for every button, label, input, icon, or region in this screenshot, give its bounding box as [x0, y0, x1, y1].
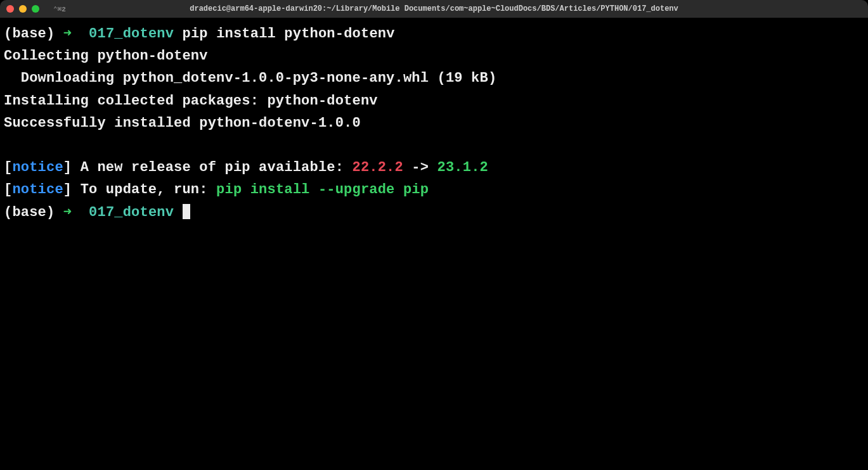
- prompt-dir: 017_dotenv: [89, 26, 174, 42]
- prompt-env: (base): [4, 26, 55, 42]
- window-title: dradecic@arm64-apple-darwin20:~/Library/…: [190, 4, 678, 13]
- output-line: Installing collected packages: python-do…: [4, 90, 864, 112]
- prompt-arrow-icon: ➜: [63, 205, 72, 220]
- prompt-arrow-icon: ➜: [63, 26, 72, 42]
- prompt-env: (base): [4, 205, 55, 220]
- notice-line-1: [notice] A new release of pip available:…: [4, 156, 864, 179]
- command-text: pip install python-dotenv: [183, 26, 395, 42]
- notice-text: To update, run:: [72, 182, 216, 198]
- upgrade-command: pip install --upgrade pip: [216, 182, 429, 198]
- prompt-line-1: (base) ➜ 017_dotenv pip install python-d…: [4, 23, 864, 45]
- minimize-icon[interactable]: [19, 5, 27, 13]
- output-line: Downloading python_dotenv-1.0.0-py3-none…: [4, 67, 864, 89]
- close-icon[interactable]: [6, 5, 14, 13]
- new-version: 23.1.2: [437, 160, 488, 175]
- titlebar: ⌃⌘2 dradecic@arm64-apple-darwin20:~/Libr…: [0, 0, 868, 18]
- shell-indicator: ⌃⌘2: [53, 5, 66, 13]
- arrow-text: ->: [403, 160, 437, 175]
- bracket: [: [4, 160, 12, 175]
- bracket: ]: [63, 182, 72, 198]
- notice-text: A new release of pip available:: [72, 160, 352, 175]
- prompt-line-2: (base) ➜ 017_dotenv: [4, 201, 864, 224]
- notice-line-2: [notice] To update, run: pip install --u…: [4, 179, 864, 201]
- blank-line: [4, 134, 864, 156]
- old-version: 22.2.2: [353, 160, 403, 175]
- traffic-lights: [6, 5, 39, 13]
- notice-label: notice: [12, 160, 63, 175]
- notice-label: notice: [12, 182, 63, 198]
- maximize-icon[interactable]: [32, 5, 39, 13]
- output-line: Collecting python-dotenv: [4, 45, 864, 67]
- prompt-dir: 017_dotenv: [89, 205, 174, 220]
- output-line: Successfully installed python-dotenv-1.0…: [4, 112, 864, 134]
- terminal-content[interactable]: (base) ➜ 017_dotenv pip install python-d…: [0, 18, 868, 229]
- bracket: [: [4, 182, 12, 198]
- bracket: ]: [63, 160, 72, 175]
- cursor-icon: [183, 204, 190, 219]
